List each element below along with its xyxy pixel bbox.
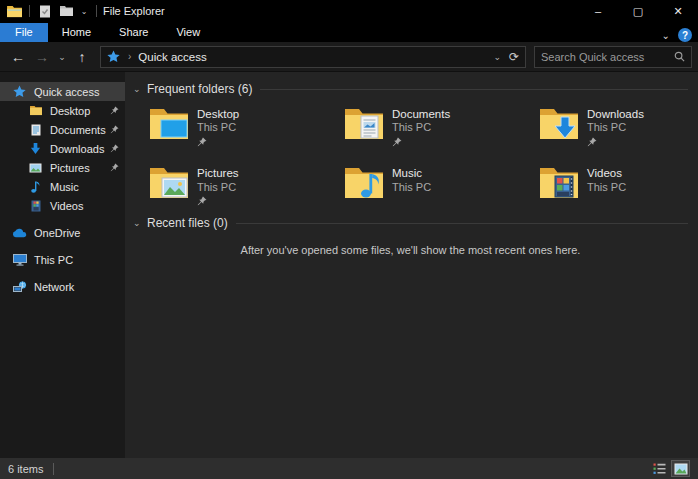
thumbnail-view-button[interactable] [671, 460, 690, 477]
search-box[interactable] [534, 46, 692, 68]
recent-files-header[interactable]: ⌄ Recent files (0) [133, 216, 688, 230]
sidebar-item-videos[interactable]: Videos [0, 196, 125, 215]
customize-qat-chevron-icon[interactable]: ⌄ [79, 7, 89, 16]
music-folder-icon [344, 165, 384, 200]
tab-file[interactable]: File [0, 23, 48, 42]
pin-icon [197, 137, 239, 147]
collapse-section-chevron-icon[interactable]: ⌄ [133, 84, 147, 94]
sidebar-item-pictures[interactable]: Pictures [0, 158, 125, 177]
folder-name: Downloads [587, 107, 644, 121]
folder-tile-downloads[interactable]: Downloads This PC [537, 102, 698, 151]
sidebar-item-label: Pictures [50, 162, 90, 174]
pin-icon [110, 125, 119, 134]
folder-name: Desktop [197, 107, 239, 121]
minimize-button[interactable]: – [578, 0, 618, 22]
tab-share[interactable]: Share [105, 23, 162, 42]
music-note-icon [28, 180, 43, 194]
sidebar-item-label: Videos [50, 200, 83, 212]
downloads-folder-icon [539, 106, 579, 141]
content-pane: ⌄ Frequent folders (6) Desktop [125, 72, 698, 458]
folder-location: This PC [587, 181, 626, 195]
folder-tile-documents[interactable]: Documents This PC [342, 102, 537, 151]
folder-location: This PC [587, 121, 644, 135]
up-button[interactable]: ↑ [72, 46, 92, 68]
sidebar-item-network[interactable]: Network [0, 277, 125, 296]
details-view-button[interactable] [650, 460, 669, 477]
folder-name: Pictures [197, 166, 239, 180]
sidebar-item-label: Downloads [50, 143, 104, 155]
search-icon [674, 51, 685, 62]
film-icon [28, 199, 43, 213]
navigation-pane: Quick access Desktop Documents [0, 72, 125, 458]
window-controls: – ▢ ✕ [578, 0, 698, 22]
sidebar-item-label: This PC [34, 254, 73, 266]
sidebar-item-music[interactable]: Music [0, 177, 125, 196]
expand-ribbon-chevron-icon[interactable]: ⌄ [662, 30, 670, 41]
pin-icon [392, 137, 450, 147]
section-title: Recent files (0) [147, 216, 228, 230]
section-title: Frequent folders (6) [147, 82, 252, 96]
frequent-folders-grid: Desktop This PC [147, 102, 688, 210]
sidebar-item-label: Documents [50, 124, 106, 136]
pin-icon [110, 144, 119, 153]
recent-locations-chevron-icon[interactable]: ⌄ [56, 46, 68, 68]
pin-icon [587, 137, 644, 147]
onedrive-cloud-icon [12, 226, 27, 240]
sidebar-item-label: Music [50, 181, 79, 193]
star-icon [12, 85, 27, 99]
sidebar-item-label: OneDrive [34, 227, 80, 239]
folder-location: This PC [197, 121, 239, 135]
folder-name: Music [392, 166, 431, 180]
network-icon [12, 280, 27, 294]
address-dropdown-chevron-icon[interactable]: ⌄ [493, 52, 501, 62]
back-button[interactable]: ← [8, 46, 28, 68]
pictures-folder-icon [149, 165, 189, 200]
folder-location: This PC [392, 181, 431, 195]
sidebar-item-documents[interactable]: Documents [0, 120, 125, 139]
folder-tile-music[interactable]: Music This PC [342, 161, 537, 210]
address-bar[interactable]: › Quick access ⌄ ⟳ [100, 46, 526, 68]
folder-name: Videos [587, 166, 626, 180]
pin-icon [110, 106, 119, 115]
sidebar-item-onedrive[interactable]: OneDrive [0, 223, 125, 242]
navigation-bar: ← → ⌄ ↑ › Quick access ⌄ ⟳ [0, 42, 698, 72]
help-icon[interactable]: ? [678, 28, 692, 42]
frequent-folders-header[interactable]: ⌄ Frequent folders (6) [133, 82, 688, 96]
forward-button[interactable]: → [32, 46, 52, 68]
recent-files-empty-message: After you've opened some files, we'll sh… [133, 244, 688, 256]
videos-folder-icon [539, 165, 579, 200]
folder-tile-desktop[interactable]: Desktop This PC [147, 102, 342, 151]
maximize-button[interactable]: ▢ [618, 0, 658, 22]
close-button[interactable]: ✕ [658, 0, 698, 22]
tab-view[interactable]: View [162, 23, 214, 42]
picture-icon [28, 161, 43, 175]
collapse-section-chevron-icon[interactable]: ⌄ [133, 218, 147, 228]
section-divider [260, 89, 688, 90]
search-input[interactable] [541, 51, 674, 63]
sidebar-item-downloads[interactable]: Downloads [0, 139, 125, 158]
ribbon-tab-row: File Home Share View ⌄ ? [0, 22, 698, 42]
quick-access-toolbar: ⌄ [0, 3, 99, 19]
documents-folder-icon [344, 106, 384, 141]
sidebar-item-label: Desktop [50, 105, 90, 117]
sidebar-item-desktop[interactable]: Desktop [0, 101, 125, 120]
refresh-icon[interactable]: ⟳ [509, 50, 519, 64]
sidebar-item-this-pc[interactable]: This PC [0, 250, 125, 269]
breadcrumb-chevron-icon: › [128, 51, 131, 62]
properties-icon[interactable] [37, 3, 53, 19]
folder-tile-videos[interactable]: Videos This PC [537, 161, 698, 210]
breadcrumb-location[interactable]: Quick access [138, 51, 206, 63]
status-separator [53, 463, 54, 475]
pin-icon [197, 196, 239, 206]
sidebar-item-quick-access[interactable]: Quick access [0, 82, 125, 101]
file-explorer-window: ⌄ File Explorer – ▢ ✕ File Home Share Vi… [0, 0, 698, 479]
tab-home[interactable]: Home [48, 23, 105, 42]
folder-tile-pictures[interactable]: Pictures This PC [147, 161, 342, 210]
monitor-icon [12, 253, 27, 267]
folder-location: This PC [197, 181, 239, 195]
document-icon [28, 123, 43, 137]
new-folder-icon[interactable] [58, 3, 74, 19]
desktop-folder-icon [28, 104, 43, 118]
qat-separator [29, 5, 30, 17]
status-bar: 6 items [0, 458, 698, 479]
